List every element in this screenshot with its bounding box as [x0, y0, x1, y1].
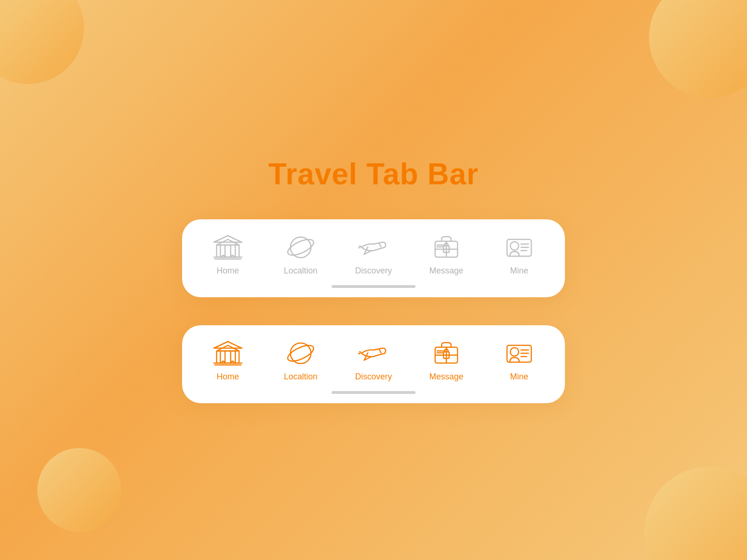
page-container: Travel Tab Bar	[0, 0, 747, 560]
mine-icon-inactive	[503, 233, 536, 261]
page-title: Travel Tab Bar	[268, 157, 479, 191]
svg-line-15	[359, 246, 361, 246]
location-icon-inactive	[284, 233, 317, 261]
tab-item-mine-inactive[interactable]: Mine	[491, 233, 547, 276]
message-icon-inactive	[430, 233, 463, 261]
tab-items-active: Home Localtion	[191, 339, 556, 389]
tab-bar-active: Home Localtion	[182, 325, 565, 403]
tab-item-discovery-active[interactable]: Discovery	[345, 339, 402, 382]
svg-point-42	[286, 342, 316, 364]
tab-item-discovery-inactive[interactable]: Discovery	[345, 233, 402, 276]
svg-point-14	[286, 236, 316, 258]
message-icon-active	[430, 339, 463, 367]
tab-bar-inactive: Home Localtion	[182, 219, 565, 297]
svg-line-29	[228, 342, 242, 348]
discovery-icon-active	[357, 339, 390, 367]
svg-line-43	[359, 352, 361, 352]
tab-label-home-inactive: Home	[217, 266, 239, 276]
tab-item-home-active[interactable]: Home	[200, 339, 256, 382]
tab-label-home-active: Home	[217, 372, 239, 382]
tab-item-location-inactive[interactable]: Localtion	[273, 233, 329, 276]
scroll-indicator-2	[331, 391, 416, 394]
tab-item-message-inactive[interactable]: Message	[418, 233, 474, 276]
tab-label-message-inactive: Message	[429, 266, 463, 276]
tab-label-discovery-active: Discovery	[355, 372, 392, 382]
svg-line-1	[228, 236, 242, 242]
tab-item-message-active[interactable]: Message	[418, 339, 474, 382]
scroll-indicator-1	[331, 285, 416, 288]
tab-label-location-inactive: Localtion	[284, 266, 317, 276]
svg-point-52	[510, 348, 519, 356]
home-icon-active	[211, 339, 244, 367]
svg-line-28	[214, 342, 228, 348]
tab-items-inactive: Home Localtion	[191, 233, 556, 283]
svg-line-44	[359, 353, 361, 354]
svg-point-24	[510, 242, 519, 250]
tab-item-location-active[interactable]: Localtion	[273, 339, 329, 382]
tab-item-mine-active[interactable]: Mine	[491, 339, 547, 382]
tab-label-message-active: Message	[429, 372, 463, 382]
tab-label-mine-inactive: Mine	[510, 266, 528, 276]
home-icon-inactive	[211, 233, 244, 261]
tab-label-mine-active: Mine	[510, 372, 528, 382]
tab-label-discovery-inactive: Discovery	[355, 266, 392, 276]
location-icon-active	[284, 339, 317, 367]
svg-line-16	[359, 247, 361, 248]
mine-icon-active	[503, 339, 536, 367]
tab-label-location-active: Localtion	[284, 372, 317, 382]
svg-line-0	[214, 236, 228, 242]
tab-item-home-inactive[interactable]: Home	[200, 233, 256, 276]
discovery-icon-inactive	[357, 233, 390, 261]
